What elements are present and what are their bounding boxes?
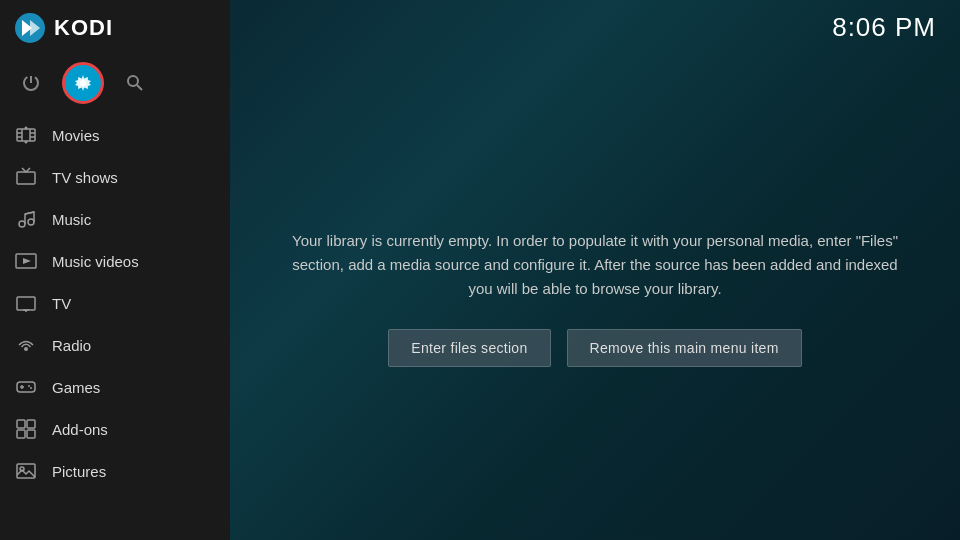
svg-rect-35	[27, 430, 35, 438]
sidebar-item-music-videos[interactable]: Music videos	[0, 240, 230, 282]
tvshows-label: TV shows	[52, 169, 118, 186]
pictures-label: Pictures	[52, 463, 106, 480]
main-content: 8:06 PM Your library is currently empty.…	[230, 0, 960, 540]
enter-files-button[interactable]: Enter files section	[388, 329, 550, 367]
music-videos-icon	[14, 249, 38, 273]
tvshows-icon	[14, 165, 38, 189]
svg-rect-23	[17, 297, 35, 310]
addons-label: Add-ons	[52, 421, 108, 438]
sidebar-item-tv[interactable]: TV	[0, 282, 230, 324]
svg-point-6	[128, 76, 138, 86]
sidebar-item-music[interactable]: Music	[0, 198, 230, 240]
settings-button[interactable]	[62, 62, 104, 104]
clock-display: 8:06 PM	[832, 12, 936, 43]
svg-point-26	[24, 347, 28, 351]
music-icon	[14, 207, 38, 231]
top-bar: 8:06 PM	[230, 0, 960, 55]
pictures-icon	[14, 459, 38, 483]
sidebar-header: KODI	[0, 0, 230, 56]
radio-icon	[14, 333, 38, 357]
tv-label: TV	[52, 295, 71, 312]
action-buttons: Enter files section Remove this main men…	[388, 329, 801, 367]
svg-rect-36	[17, 464, 35, 478]
sidebar-item-games[interactable]: Games	[0, 366, 230, 408]
svg-point-30	[28, 385, 30, 387]
sidebar-icons-row	[0, 56, 230, 114]
svg-point-19	[28, 219, 34, 225]
svg-point-18	[19, 221, 25, 227]
svg-point-31	[30, 387, 32, 389]
svg-point-15	[25, 127, 28, 130]
svg-rect-8	[17, 129, 35, 141]
content-area: Your library is currently empty. In orde…	[230, 55, 960, 540]
radio-label: Radio	[52, 337, 91, 354]
svg-rect-33	[27, 420, 35, 428]
sidebar-item-pictures[interactable]: Pictures	[0, 450, 230, 492]
remove-menu-item-button[interactable]: Remove this main menu item	[567, 329, 802, 367]
search-button[interactable]	[114, 62, 156, 104]
svg-marker-22	[23, 258, 31, 264]
svg-rect-32	[17, 420, 25, 428]
svg-point-16	[25, 141, 28, 144]
power-icon	[21, 73, 41, 93]
games-icon	[14, 375, 38, 399]
movies-label: Movies	[52, 127, 100, 144]
tv-icon	[14, 291, 38, 315]
settings-icon	[73, 73, 93, 93]
sidebar-item-addons[interactable]: Add-ons	[0, 408, 230, 450]
svg-rect-17	[17, 172, 35, 184]
games-label: Games	[52, 379, 100, 396]
svg-line-20	[25, 212, 34, 214]
search-icon	[125, 73, 145, 93]
sidebar-item-tvshows[interactable]: TV shows	[0, 156, 230, 198]
library-empty-message: Your library is currently empty. In orde…	[290, 229, 900, 301]
app-title: KODI	[54, 15, 113, 41]
svg-line-7	[137, 85, 142, 90]
addons-icon	[14, 417, 38, 441]
power-button[interactable]	[10, 62, 52, 104]
svg-rect-27	[17, 382, 35, 392]
sidebar: KODI Movies	[0, 0, 230, 540]
sidebar-item-radio[interactable]: Radio	[0, 324, 230, 366]
movies-icon	[14, 123, 38, 147]
sidebar-item-movies[interactable]: Movies	[0, 114, 230, 156]
sidebar-menu: Movies TV shows Music Music videos TV	[0, 114, 230, 540]
svg-rect-34	[17, 430, 25, 438]
music-videos-label: Music videos	[52, 253, 139, 270]
music-label: Music	[52, 211, 91, 228]
kodi-logo-icon	[14, 12, 46, 44]
